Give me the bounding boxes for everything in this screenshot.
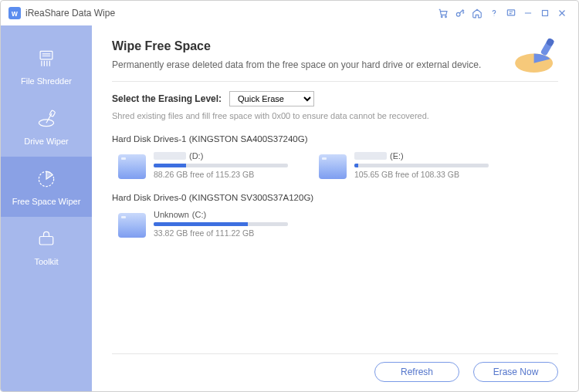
sidebar-item-file-shredder[interactable]: File Shredder <box>1 36 92 96</box>
sidebar-label: File Shredder <box>21 76 72 86</box>
drive-name: (E:) <box>354 151 489 161</box>
file-shredder-icon <box>35 47 58 70</box>
drive-wiper-icon <box>35 107 58 130</box>
help-icon[interactable] <box>486 5 503 22</box>
drive-item[interactable]: (E:) 105.65 GB free of 108.33 GB <box>319 151 489 179</box>
footer: Refresh Erase Now <box>112 353 558 382</box>
usage-bar <box>154 222 288 226</box>
sidebar-label: Toolkit <box>34 257 58 266</box>
erase-level-select[interactable]: Quick Erase <box>229 91 314 106</box>
main-panel: Wipe Free Space Permanently erase delete… <box>92 25 578 391</box>
app-title: iReaShare Data Wipe <box>25 8 115 19</box>
feedback-icon[interactable] <box>503 5 520 22</box>
sidebar-item-toolkit[interactable]: Toolkit <box>1 217 92 277</box>
drive-info: Unknown (C:) 33.82 GB free of 111.22 GB <box>154 210 288 238</box>
svg-point-16 <box>39 120 53 127</box>
maximize-icon[interactable] <box>537 5 554 22</box>
refresh-button[interactable]: Refresh <box>374 362 459 382</box>
home-icon[interactable] <box>469 5 486 22</box>
svg-rect-19 <box>39 237 53 245</box>
disk-group: Hard Disk Drives-0 (KINGSTON SV300S37A12… <box>112 193 558 238</box>
divider <box>112 81 558 82</box>
page-title: Wipe Free Space <box>112 39 558 53</box>
app-logo-icon: w <box>8 7 21 19</box>
page-subtitle: Permanently erase deleted data from the … <box>112 59 558 70</box>
titlebar: w iReaShare Data Wipe <box>1 1 578 25</box>
erase-level-description: Shred existing files and fill free space… <box>112 111 558 120</box>
svg-point-3 <box>494 15 495 16</box>
drive-free-text: 33.82 GB free of 111.22 GB <box>154 228 288 238</box>
sidebar: File Shredder Drive Wiper Free Space Wip… <box>1 25 92 391</box>
drive-icon <box>319 154 347 179</box>
drive-name: (D:) <box>154 151 288 161</box>
svg-rect-6 <box>543 11 548 16</box>
disk-group: Hard Disk Drives-1 (KINGSTON SA400S37240… <box>112 134 558 179</box>
drive-info: (D:) 88.26 GB free of 115.23 GB <box>154 151 288 179</box>
free-space-wiper-icon <box>35 167 58 191</box>
hero-wipe-icon <box>510 33 564 79</box>
key-icon[interactable] <box>452 5 469 22</box>
close-icon[interactable] <box>554 5 571 22</box>
drive-info: (E:) 105.65 GB free of 108.33 GB <box>354 151 489 179</box>
disk-title: Hard Disk Drives-1 (KINGSTON SA400S37240… <box>112 134 558 144</box>
svg-rect-17 <box>49 110 56 117</box>
disk-title: Hard Disk Drives-0 (KINGSTON SV300S37A12… <box>112 193 558 202</box>
drive-icon <box>118 213 146 238</box>
svg-point-1 <box>445 16 447 18</box>
drive-item[interactable]: (D:) 88.26 GB free of 115.23 GB <box>118 151 288 179</box>
drive-free-text: 88.26 GB free of 115.23 GB <box>154 170 288 179</box>
usage-bar <box>154 164 288 167</box>
svg-rect-9 <box>40 51 52 59</box>
redacted-label <box>154 152 186 160</box>
drive-name: Unknown (C:) <box>154 210 288 219</box>
redacted-label <box>354 152 387 160</box>
sidebar-label: Free Space Wiper <box>12 197 81 206</box>
drive-free-text: 105.65 GB free of 108.33 GB <box>354 170 489 179</box>
svg-rect-4 <box>507 10 514 15</box>
sidebar-label: Drive Wiper <box>24 137 68 146</box>
drive-item[interactable]: Unknown (C:) 33.82 GB free of 111.22 GB <box>118 210 288 238</box>
erase-level-label: Select the Erasing Level: <box>112 93 222 104</box>
sidebar-item-drive-wiper[interactable]: Drive Wiper <box>1 96 92 157</box>
drive-icon <box>118 154 146 179</box>
svg-point-2 <box>456 12 460 16</box>
erase-now-button[interactable]: Erase Now <box>473 362 558 382</box>
cart-icon[interactable] <box>435 5 452 22</box>
sidebar-item-free-space-wiper[interactable]: Free Space Wiper <box>1 157 92 217</box>
minimize-icon[interactable] <box>520 5 537 22</box>
svg-point-0 <box>441 16 442 18</box>
toolkit-icon <box>35 228 58 251</box>
usage-bar <box>354 164 489 167</box>
